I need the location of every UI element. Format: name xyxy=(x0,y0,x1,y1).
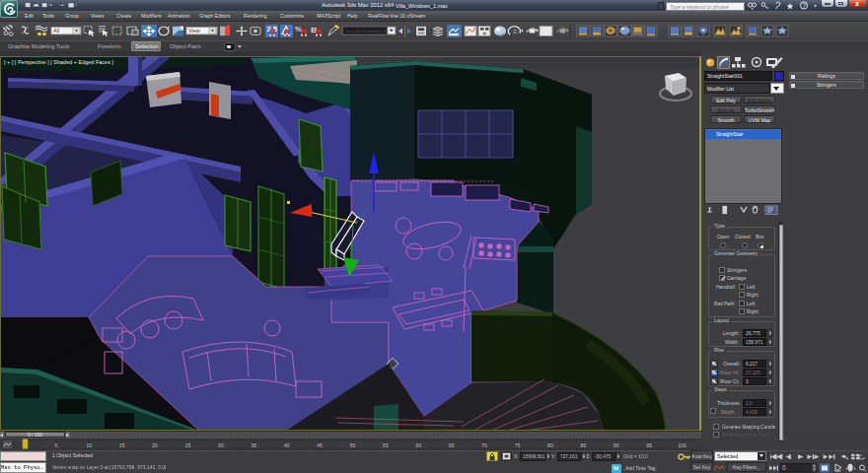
svg-text:60: 60 xyxy=(416,442,422,448)
svg-text:View: View xyxy=(188,28,200,33)
svg-text:20: 20 xyxy=(152,442,158,448)
svg-text:45: 45 xyxy=(317,442,323,448)
svg-text:0: 0 xyxy=(782,464,786,471)
svg-text:Create Selection S: Create Selection S xyxy=(345,29,387,34)
svg-text:65: 65 xyxy=(449,442,455,448)
svg-text:All: All xyxy=(53,28,59,33)
svg-text:90: 90 xyxy=(614,442,619,448)
svg-text:?: ? xyxy=(802,2,806,9)
svg-text:55: 55 xyxy=(383,442,389,448)
svg-text:[ + ] [ Perspective ] [ Shaded: [ + ] [ Perspective ] [ Shaded + Edged F… xyxy=(4,59,113,65)
svg-text:50: 50 xyxy=(350,442,356,448)
svg-text:85: 85 xyxy=(581,442,587,448)
svg-text:5: 5 xyxy=(55,442,58,448)
svg-text:2.5: 2.5 xyxy=(267,26,278,32)
svg-text:10: 10 xyxy=(87,442,93,448)
svg-text:C: C xyxy=(513,29,517,34)
svg-text:35: 35 xyxy=(252,442,257,448)
svg-text:100: 100 xyxy=(678,442,687,448)
svg-text:80: 80 xyxy=(547,442,553,448)
svg-text:95: 95 xyxy=(646,442,652,448)
svg-text:70: 70 xyxy=(481,442,487,448)
svg-text:15: 15 xyxy=(119,442,125,448)
svg-text:30: 30 xyxy=(218,442,224,448)
svg-text:25: 25 xyxy=(185,442,191,448)
svg-text:40: 40 xyxy=(284,442,290,448)
svg-text:75: 75 xyxy=(515,442,521,448)
